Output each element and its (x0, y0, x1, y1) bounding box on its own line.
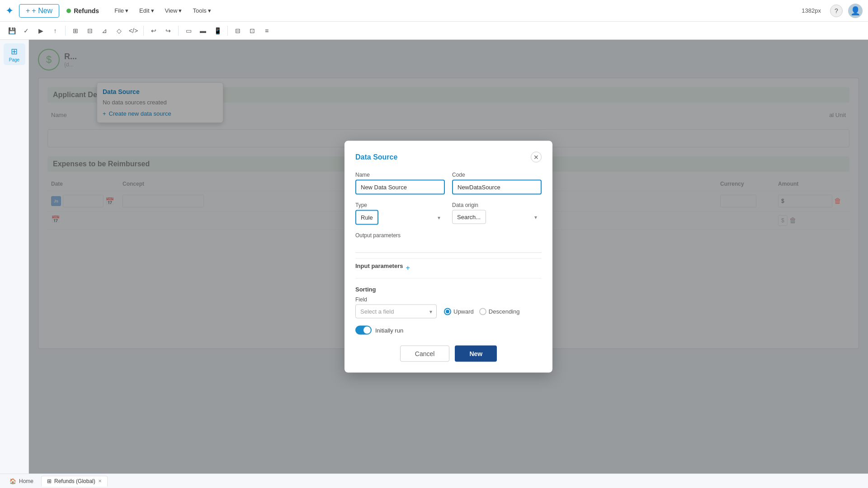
initially-run-label: Initially run (375, 327, 403, 333)
logo-icon: ✦ (5, 5, 14, 17)
code-button[interactable]: </> (127, 24, 140, 37)
new-button-label: + New (32, 7, 52, 15)
input-params-label: Input parameters (355, 263, 403, 269)
tab-refunds-icon: ⊞ (47, 478, 52, 484)
new-button[interactable]: + + New (19, 4, 59, 18)
radio-descending-icon (479, 308, 486, 315)
menu-file[interactable]: File ▾ (110, 5, 133, 16)
type-select-wrapper: Rule (355, 210, 445, 225)
page-name: Refunds (74, 7, 99, 14)
cancel-button[interactable]: Cancel (400, 346, 450, 362)
modal-close-button[interactable]: ✕ (531, 152, 542, 163)
datasource-modal: Data Source ✕ Name Code Type (344, 141, 552, 373)
name-group: Name (355, 172, 445, 195)
left-sidebar: ⊞ Page (0, 40, 29, 474)
window-button[interactable]: ⊡ (246, 24, 259, 37)
data-origin-group: Data origin Search... (452, 202, 542, 225)
radio-upward-label[interactable]: Upward (444, 308, 474, 315)
tab-close-icon[interactable]: ✕ (98, 479, 102, 483)
home-label: Home (19, 478, 33, 484)
initially-run-toggle[interactable] (355, 326, 372, 335)
name-code-row: Name Code (355, 172, 542, 195)
code-group: Code (452, 172, 542, 195)
toggle-knob (363, 327, 371, 334)
divider3 (178, 26, 179, 36)
field-select-wrapper: Select a field (355, 305, 437, 319)
radio-descending-text: Descending (489, 308, 520, 315)
menu-edit-arrow: ▾ (151, 7, 154, 14)
divider2 (143, 26, 144, 36)
data-origin-label: Data origin (452, 202, 542, 208)
tablet-button[interactable]: ▬ (197, 24, 209, 37)
frame-button[interactable]: ▭ (182, 24, 195, 37)
menu-file-label: File (114, 7, 124, 14)
divider4 (227, 26, 228, 36)
settings-button[interactable]: ≡ (260, 24, 273, 37)
zoom-level: 1382px (798, 7, 825, 14)
divider-line (355, 258, 542, 259)
field-label: Field (355, 296, 542, 303)
tab-refunds[interactable]: ⊞ Refunds (Global) ✕ (41, 476, 108, 487)
modal-footer: Cancel New (355, 346, 542, 362)
topbar: ✦ + + New Refunds File ▾ Edit ▾ View ▾ T… (0, 0, 868, 22)
close-icon: ✕ (533, 154, 539, 161)
main-layout: ⊞ Page $ R... {d... Applicant Details Na… (0, 40, 868, 474)
menu-tools[interactable]: Tools ▾ (188, 5, 215, 16)
code-input[interactable] (452, 180, 542, 195)
component-button[interactable]: ⊞ (69, 24, 82, 37)
page-dot (66, 9, 71, 13)
field-select[interactable]: Select a field (355, 305, 437, 319)
data-origin-select[interactable]: Search... (452, 210, 486, 224)
menu-tools-label: Tools (193, 7, 206, 14)
radio-descending-label[interactable]: Descending (479, 308, 520, 315)
type-select[interactable]: Rule (355, 210, 378, 225)
sidebar-item-page[interactable]: ⊞ Page (4, 43, 25, 65)
code-label: Code (452, 172, 542, 178)
initially-run-row: Initially run (355, 326, 542, 335)
name-input[interactable] (355, 180, 445, 195)
tab-home[interactable]: 🏠 Home (4, 476, 39, 487)
bottom-bar: 🏠 Home ⊞ Refunds (Global) ✕ (0, 474, 868, 488)
add-input-param-icon[interactable]: + (406, 263, 410, 272)
sorting-label: Sorting (355, 286, 542, 293)
name-label: Name (355, 172, 445, 178)
avatar: 👤 (848, 4, 863, 18)
logic-button[interactable]: ◇ (113, 24, 125, 37)
modal-title: Data Source (355, 153, 397, 161)
new-button-modal[interactable]: New (455, 346, 497, 362)
page-indicator: Refunds (66, 7, 99, 14)
output-params-input[interactable] (355, 240, 542, 253)
check-button[interactable]: ✓ (20, 24, 33, 37)
menu-edit[interactable]: Edit ▾ (135, 5, 158, 16)
save-button[interactable]: 💾 (5, 24, 18, 37)
topbar-right: 1382px ? 👤 (798, 4, 863, 18)
type-group: Type Rule (355, 202, 445, 225)
publish-button[interactable]: ↑ (49, 24, 61, 37)
output-params-label: Output parameters (355, 232, 542, 239)
menu-view[interactable]: View ▾ (160, 5, 187, 16)
output-params-group: Output parameters (355, 232, 542, 253)
type-label: Type (355, 202, 445, 208)
help-button[interactable]: ? (830, 5, 843, 17)
sorting-row: Select a field Upward Descending (355, 305, 542, 319)
canvas-area: $ R... {d... Applicant Details Name al U… (29, 40, 868, 474)
mobile-button[interactable]: 📱 (211, 24, 224, 37)
layers-button[interactable]: ⊟ (84, 24, 96, 37)
sorting-section: Sorting Field Select a field Upward (355, 286, 542, 319)
menu-bar: File ▾ Edit ▾ View ▾ Tools ▾ (110, 5, 216, 16)
undo-button[interactable]: ↩ (147, 24, 160, 37)
grid-button[interactable]: ⊟ (231, 24, 244, 37)
type-origin-row: Type Rule Data origin Search... (355, 202, 542, 225)
page-icon: ⊞ (11, 47, 18, 56)
radio-upward-text: Upward (453, 308, 474, 315)
data-origin-select-wrapper: Search... (452, 210, 542, 224)
redo-button[interactable]: ↪ (162, 24, 175, 37)
data-button[interactable]: ⊿ (98, 24, 111, 37)
menu-file-arrow: ▾ (125, 7, 128, 14)
tab-refunds-label: Refunds (Global) (54, 478, 95, 484)
radio-group: Upward Descending (444, 308, 519, 315)
new-button-plus: + (26, 7, 30, 15)
radio-upward-icon (444, 308, 451, 315)
menu-edit-label: Edit (139, 7, 149, 14)
run-button[interactable]: ▶ (34, 24, 47, 37)
